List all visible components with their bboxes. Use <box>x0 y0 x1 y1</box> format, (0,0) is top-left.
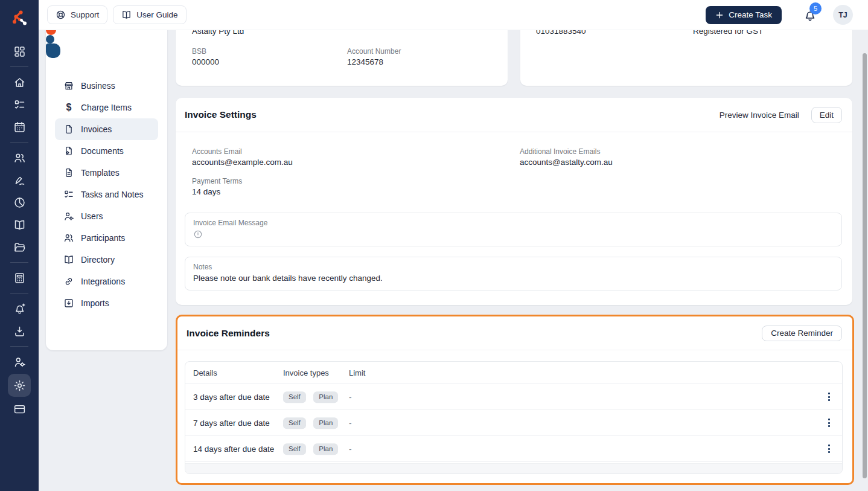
tasks-icon[interactable] <box>8 94 31 115</box>
avatar-initials: TJ <box>838 11 847 19</box>
storefront-icon <box>63 80 74 91</box>
nav-item-tasks-and-notes[interactable]: Tasks and Notes <box>55 184 158 205</box>
reminder-types: Self Plan <box>283 417 343 429</box>
nav-item-label: Business <box>81 81 115 91</box>
edit-button[interactable]: Edit <box>811 107 842 123</box>
astalty-logo-icon <box>9 7 30 28</box>
support-button[interactable]: Support <box>47 5 107 24</box>
notifications-plus-icon[interactable] <box>8 298 31 319</box>
additional-emails-label: Additional Invoice Emails <box>520 147 600 156</box>
dashboard-icon[interactable] <box>8 41 31 62</box>
nav-item-label: Charge Items <box>81 103 132 112</box>
avatar[interactable]: TJ <box>833 5 853 25</box>
reminder-limit: - <box>349 444 352 454</box>
dollar-icon: $ <box>63 102 74 113</box>
create-task-button[interactable]: Create Task <box>706 6 782 24</box>
reports-icon[interactable] <box>8 192 31 213</box>
lifebuoy-icon <box>56 10 66 20</box>
bsb-value: 000000 <box>192 57 219 66</box>
participants-icon[interactable] <box>8 147 31 168</box>
invoice-reminders-card: Invoice Reminders Create Reminder Detail… <box>176 315 854 485</box>
reminder-limit: - <box>349 419 352 428</box>
files-icon[interactable] <box>8 237 31 257</box>
nav-item-users[interactable]: Users <box>55 205 158 227</box>
home-icon[interactable] <box>8 72 31 92</box>
invoice-type-badge: Plan <box>313 417 338 429</box>
reminder-details: 14 days after due date <box>193 444 274 454</box>
directory-icon[interactable] <box>8 214 31 235</box>
reminder-details: 7 days after due date <box>193 419 270 428</box>
account-number-value: 12345678 <box>347 57 383 66</box>
company-name: Astalty Pty Ltd <box>192 30 244 36</box>
settings-nav-panel: Business $ Charge Items Invoices Documen… <box>46 30 167 350</box>
invoice-file-icon <box>63 124 74 135</box>
invoice-settings-header: Invoice Settings Preview Invoice Email E… <box>176 98 852 132</box>
warning-circle-icon <box>193 229 203 239</box>
row-menu-kebab-icon[interactable] <box>822 390 835 403</box>
nav-item-label: Participants <box>81 233 125 243</box>
notifications-bell[interactable]: 5 <box>803 8 817 22</box>
sidebar-divider <box>10 293 28 294</box>
payment-terms-value: 14 days <box>192 187 220 196</box>
business-details-card: 01031883540 Registered for GST <box>520 30 852 86</box>
nav-item-templates[interactable]: Templates <box>55 162 158 184</box>
user-settings-icon[interactable] <box>8 351 31 372</box>
bank-details-card: Astalty Pty Ltd BSB 000000 Account Numbe… <box>176 30 508 86</box>
nav-item-label: Templates <box>81 168 120 178</box>
partner-logo-fragment <box>46 43 60 58</box>
billing-icon[interactable] <box>8 399 31 419</box>
nav-item-integrations[interactable]: Integrations <box>55 271 158 292</box>
users-icon <box>63 233 74 243</box>
settings-icon[interactable] <box>8 374 31 397</box>
preview-invoice-email-link[interactable]: Preview Invoice Email <box>720 111 799 120</box>
calculator-icon[interactable] <box>8 268 31 288</box>
reminder-types: Self Plan <box>283 443 343 455</box>
nav-item-participants[interactable]: Participants <box>55 227 158 249</box>
book-icon <box>121 10 132 20</box>
link-icon <box>63 276 74 287</box>
notes-value: Please note our bank details have recent… <box>193 274 383 283</box>
table-row: 7 days after due date Self Plan - <box>185 410 842 436</box>
reminder-types: Self Plan <box>283 391 343 403</box>
abn-value: 01031883540 <box>536 30 586 36</box>
settings-nav-menu: Business $ Charge Items Invoices Documen… <box>46 75 167 314</box>
document-gear-icon <box>63 146 74 156</box>
create-reminder-button[interactable]: Create Reminder <box>762 326 842 341</box>
invoice-reminders-title: Invoice Reminders <box>187 328 270 339</box>
nav-item-label: Invoices <box>81 124 112 134</box>
nav-item-directory[interactable]: Directory <box>55 249 158 271</box>
table-row: 3 days after due date Self Plan - <box>185 384 842 410</box>
user-gear-icon <box>63 211 74 222</box>
support-label: Support <box>71 10 99 19</box>
column-details: Details <box>193 368 217 377</box>
nav-item-label: Imports <box>81 298 109 308</box>
user-guide-button[interactable]: User Guide <box>113 5 186 24</box>
nav-item-label: Users <box>81 211 103 221</box>
plus-icon <box>715 11 724 19</box>
gst-status: Registered for GST <box>693 30 763 36</box>
nav-item-label: Documents <box>81 146 124 156</box>
nav-item-documents[interactable]: Documents <box>55 140 158 162</box>
row-menu-kebab-icon[interactable] <box>822 416 835 429</box>
row-menu-kebab-icon[interactable] <box>822 442 835 455</box>
invoice-type-badge: Plan <box>313 443 338 455</box>
calendar-icon[interactable] <box>8 117 31 137</box>
column-limit: Limit <box>349 368 365 377</box>
sidebar-divider <box>10 346 28 347</box>
nav-item-invoices[interactable]: Invoices <box>55 118 158 140</box>
top-header: Support User Guide Create Task 5 TJ <box>39 0 868 30</box>
nav-item-business[interactable]: Business <box>55 75 158 97</box>
table-footer-strip <box>185 463 842 473</box>
nav-item-label: Integrations <box>81 277 125 286</box>
nav-item-imports[interactable]: Imports <box>55 292 158 314</box>
sidebar-divider <box>10 66 28 67</box>
downloads-icon[interactable] <box>8 321 31 341</box>
signature-icon[interactable] <box>8 170 31 190</box>
account-number-label: Account Number <box>347 47 401 56</box>
user-guide-label: User Guide <box>136 10 177 19</box>
primary-sidebar <box>0 0 39 491</box>
nav-item-charge-items[interactable]: $ Charge Items <box>55 97 158 118</box>
nav-item-label: Directory <box>81 255 115 265</box>
vertical-scrollbar[interactable] <box>863 53 867 478</box>
reminder-details: 3 days after due date <box>193 393 270 402</box>
